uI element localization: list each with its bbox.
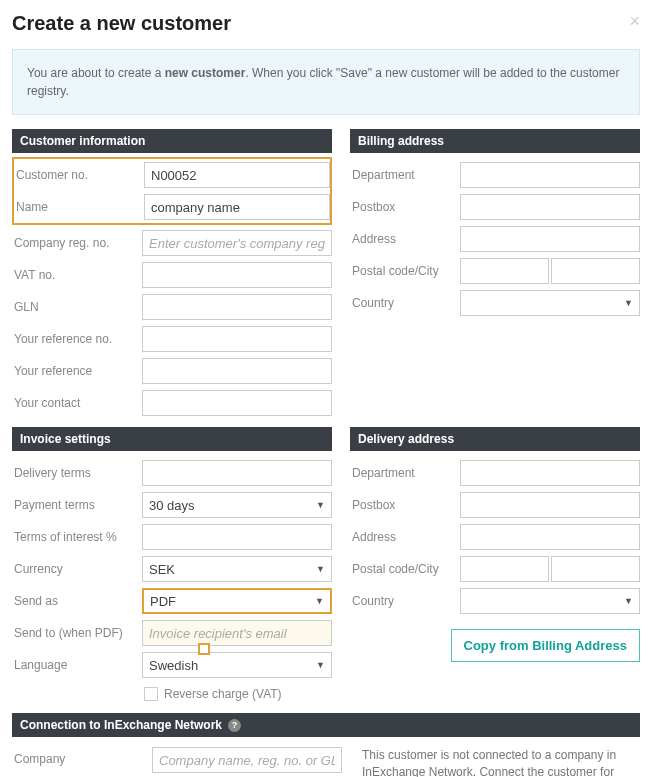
input-billing-city[interactable] — [551, 258, 640, 284]
input-delivery-postbox[interactable] — [460, 492, 640, 518]
label-connection-company: Company — [12, 747, 142, 766]
label-customer-name: Name — [14, 200, 144, 214]
highlight-customer-name-group: Customer no. Name — [12, 157, 332, 225]
label-payment-terms: Payment terms — [12, 498, 142, 512]
section-header-connection-text: Connection to InExchange Network — [20, 718, 222, 732]
select-payment-terms[interactable]: 30 days ▼ — [142, 492, 332, 518]
select-send-as[interactable]: PDF ▼ — [142, 588, 332, 614]
select-send-as-value: PDF — [150, 594, 176, 609]
section-header-connection: Connection to InExchange Network ? — [12, 713, 640, 737]
label-company-regno: Company reg. no. — [12, 236, 142, 250]
input-send-to-email[interactable] — [142, 620, 332, 646]
input-vat-no[interactable] — [142, 262, 332, 288]
chevron-down-icon: ▼ — [315, 596, 324, 606]
section-header-customer-info: Customer information — [12, 129, 332, 153]
label-delivery-country: Country — [350, 594, 460, 608]
label-delivery-postbox: Postbox — [350, 498, 460, 512]
close-icon[interactable]: × — [629, 12, 640, 30]
checkbox-reverse-charge[interactable] — [144, 687, 158, 701]
label-delivery-terms: Delivery terms — [12, 466, 142, 480]
input-customer-name[interactable] — [144, 194, 330, 220]
section-header-invoice: Invoice settings — [12, 427, 332, 451]
input-your-reference[interactable] — [142, 358, 332, 384]
label-delivery-address: Address — [350, 530, 460, 544]
label-customer-no: Customer no. — [14, 168, 144, 182]
alert-text-bold: new customer — [165, 66, 246, 80]
chevron-down-icon: ▼ — [624, 298, 633, 308]
modal-header: Create a new customer × — [12, 12, 640, 49]
label-billing-postbox: Postbox — [350, 200, 460, 214]
alert-text-prefix: You are about to create a — [27, 66, 165, 80]
label-send-to: Send to (when PDF) — [12, 626, 142, 640]
copy-from-billing-button[interactable]: Copy from Billing Address — [451, 629, 640, 662]
label-gln: GLN — [12, 300, 142, 314]
input-billing-address[interactable] — [460, 226, 640, 252]
modal-title: Create a new customer — [12, 12, 231, 35]
input-terms-interest[interactable] — [142, 524, 332, 550]
input-billing-postbox[interactable] — [460, 194, 640, 220]
create-customer-modal: Create a new customer × You are about to… — [0, 0, 652, 777]
connection-help-text: This customer is not connected to a comp… — [352, 747, 640, 777]
input-gln[interactable] — [142, 294, 332, 320]
info-alert: You are about to create a new customer. … — [12, 49, 640, 115]
select-language[interactable]: Swedish ▼ — [142, 652, 332, 678]
label-billing-postal: Postal code/City — [350, 264, 460, 278]
label-vat-no: VAT no. — [12, 268, 142, 282]
label-your-reference-no: Your reference no. — [12, 332, 142, 346]
label-delivery-department: Department — [350, 466, 460, 480]
select-language-value: Swedish — [149, 658, 198, 673]
select-currency-value: SEK — [149, 562, 175, 577]
label-billing-country: Country — [350, 296, 460, 310]
select-delivery-country[interactable]: ▼ — [460, 588, 640, 614]
input-delivery-department[interactable] — [460, 460, 640, 486]
label-reverse-charge: Reverse charge (VAT) — [164, 687, 282, 701]
input-customer-no[interactable] — [144, 162, 330, 188]
input-delivery-city[interactable] — [551, 556, 640, 582]
select-billing-country[interactable]: ▼ — [460, 290, 640, 316]
input-billing-postal-code[interactable] — [460, 258, 549, 284]
label-send-as: Send as — [12, 594, 142, 608]
input-connection-company[interactable] — [152, 747, 342, 773]
label-billing-address: Address — [350, 232, 460, 246]
input-delivery-address[interactable] — [460, 524, 640, 550]
label-billing-department: Department — [350, 168, 460, 182]
label-language: Language — [12, 658, 142, 672]
input-billing-department[interactable] — [460, 162, 640, 188]
input-your-reference-no[interactable] — [142, 326, 332, 352]
select-currency[interactable]: SEK ▼ — [142, 556, 332, 582]
section-header-billing: Billing address — [350, 129, 640, 153]
input-delivery-postal-code[interactable] — [460, 556, 549, 582]
select-payment-terms-value: 30 days — [149, 498, 195, 513]
label-your-contact: Your contact — [12, 396, 142, 410]
chevron-down-icon: ▼ — [316, 500, 325, 510]
input-delivery-terms[interactable] — [142, 460, 332, 486]
input-company-regno[interactable] — [142, 230, 332, 256]
chevron-down-icon: ▼ — [316, 660, 325, 670]
label-delivery-postal: Postal code/City — [350, 562, 460, 576]
input-your-contact[interactable] — [142, 390, 332, 416]
label-terms-interest: Terms of interest % — [12, 530, 142, 544]
chevron-down-icon: ▼ — [624, 596, 633, 606]
label-your-reference: Your reference — [12, 364, 142, 378]
help-icon[interactable]: ? — [228, 719, 241, 732]
chevron-down-icon: ▼ — [316, 564, 325, 574]
section-header-delivery: Delivery address — [350, 427, 640, 451]
label-currency: Currency — [12, 562, 142, 576]
